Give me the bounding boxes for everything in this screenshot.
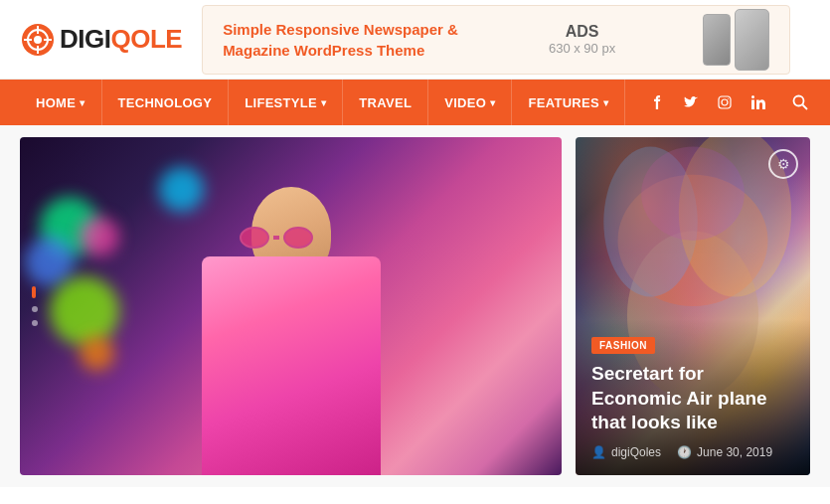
ad-banner: Simple Responsive Newspaper & Magazine W… bbox=[202, 5, 790, 75]
article-card[interactable]: ⚙ FASHION Secretart for Economic Air pla… bbox=[576, 137, 810, 475]
clock-icon: 🕐 bbox=[677, 445, 692, 459]
glass-bridge bbox=[273, 236, 279, 240]
search-icon[interactable] bbox=[790, 92, 810, 112]
phone-large bbox=[735, 9, 769, 71]
nav-item-video[interactable]: VIDEO ▾ bbox=[428, 80, 512, 125]
linkedin-icon[interactable] bbox=[748, 92, 768, 112]
svg-point-12 bbox=[794, 96, 804, 106]
ad-label: ADS 630 x 90 px bbox=[549, 23, 615, 56]
logo-digi: DIGI bbox=[60, 24, 110, 54]
logo-qole: QOLE bbox=[110, 24, 182, 54]
main-content: ⚙ FASHION Secretart for Economic Air pla… bbox=[0, 125, 830, 487]
slider-dot-3[interactable] bbox=[32, 320, 38, 326]
sunglasses bbox=[240, 227, 313, 249]
site-header: DIGIQOLE Simple Responsive Newspaper & M… bbox=[0, 0, 830, 80]
meta-date: 🕐 June 30, 2019 bbox=[677, 445, 772, 459]
slider-dot-2[interactable] bbox=[32, 306, 38, 312]
logo[interactable]: DIGIQOLE bbox=[20, 22, 182, 58]
hero-image bbox=[20, 137, 562, 475]
nav-item-technology[interactable]: TECHNOLOGY bbox=[102, 80, 230, 125]
glass-right bbox=[283, 227, 313, 249]
svg-line-13 bbox=[803, 105, 808, 110]
nav-item-lifestyle[interactable]: LIFESTYLE ▾ bbox=[229, 80, 343, 125]
svg-rect-10 bbox=[751, 100, 754, 110]
author-icon: 👤 bbox=[591, 445, 606, 459]
phone-small bbox=[703, 14, 731, 66]
article-overlay: FASHION Secretart for Economic Air plane… bbox=[576, 319, 810, 475]
bokeh-circle bbox=[80, 217, 119, 256]
ad-label-title: ADS bbox=[549, 23, 615, 41]
svg-rect-7 bbox=[719, 96, 731, 108]
chevron-down-icon: ▾ bbox=[490, 97, 495, 108]
svg-point-8 bbox=[722, 99, 728, 105]
social-links bbox=[647, 92, 810, 112]
bokeh-circle bbox=[50, 276, 119, 346]
slider-dots bbox=[32, 286, 38, 326]
bokeh-circle bbox=[159, 167, 204, 212]
nav-item-features[interactable]: FEATURES ▾ bbox=[512, 80, 625, 125]
nav-item-travel[interactable]: TRAVEL bbox=[343, 80, 428, 125]
bokeh-circle bbox=[25, 237, 75, 286]
article-meta: 👤 digiQoles 🕐 June 30, 2019 bbox=[591, 445, 794, 459]
chevron-down-icon: ▾ bbox=[321, 97, 326, 108]
slider-dot-1[interactable] bbox=[32, 286, 36, 298]
ad-text: Simple Responsive Newspaper & Magazine W… bbox=[223, 19, 461, 61]
ad-phone-image bbox=[703, 9, 769, 71]
meta-author: 👤 digiQoles bbox=[591, 445, 661, 459]
svg-point-18 bbox=[641, 147, 745, 241]
category-badge: FASHION bbox=[591, 337, 655, 354]
main-navigation: HOME ▾ TECHNOLOGY LIFESTYLE ▾ TRAVEL VID… bbox=[0, 80, 830, 125]
chevron-down-icon: ▾ bbox=[603, 97, 608, 108]
hero-image-container[interactable] bbox=[20, 137, 562, 475]
svg-point-2 bbox=[34, 36, 42, 44]
logo-icon bbox=[20, 22, 56, 58]
ad-label-size: 630 x 90 px bbox=[549, 41, 615, 56]
author-name: digiQoles bbox=[611, 445, 661, 459]
svg-point-11 bbox=[751, 95, 754, 98]
side-articles: ⚙ FASHION Secretart for Economic Air pla… bbox=[576, 137, 810, 475]
svg-point-9 bbox=[728, 98, 729, 99]
person-shirt bbox=[202, 256, 381, 475]
instagram-icon[interactable] bbox=[715, 92, 735, 112]
twitter-icon[interactable] bbox=[681, 92, 701, 112]
chevron-down-icon: ▾ bbox=[80, 97, 84, 108]
bokeh-circle bbox=[80, 336, 114, 371]
article-date: June 30, 2019 bbox=[697, 445, 772, 459]
facebook-icon[interactable] bbox=[647, 92, 667, 112]
nav-items: HOME ▾ TECHNOLOGY LIFESTYLE ▾ TRAVEL VID… bbox=[20, 80, 637, 125]
nav-item-home[interactable]: HOME ▾ bbox=[20, 80, 102, 125]
article-title: Secretart for Economic Air plane that lo… bbox=[591, 362, 794, 435]
gear-icon: ⚙ bbox=[768, 149, 798, 179]
glass-left bbox=[240, 227, 269, 249]
